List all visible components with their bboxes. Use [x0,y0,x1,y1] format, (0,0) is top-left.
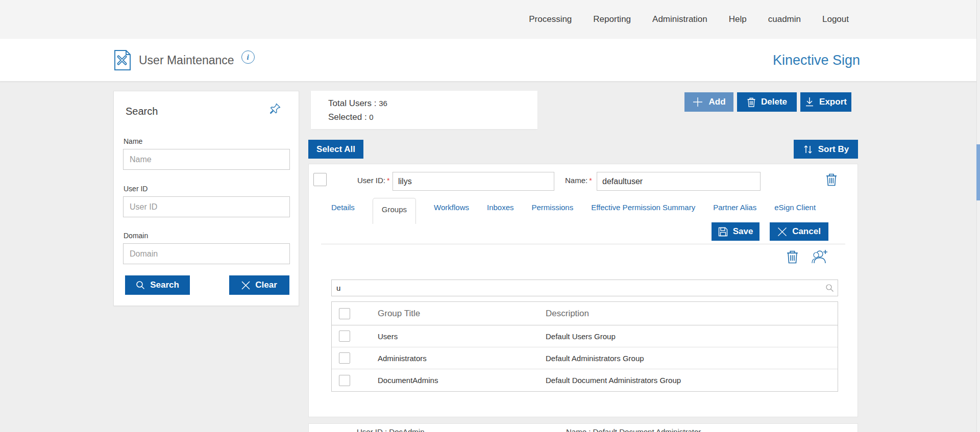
group-title-cell: Administrators [378,354,546,363]
group-filter-box [331,279,838,296]
userid-required-mark: * [387,176,389,185]
name-required-mark: * [589,176,592,185]
tab-effective-permission-summary[interactable]: Effective Permission Summary [591,196,695,218]
delete-button-label: Delete [761,97,787,107]
total-users-value: 36 [379,99,387,108]
scrollbar-thumb[interactable] [976,144,980,200]
cancel-button[interactable]: Cancel [770,222,828,241]
groups-section: Group Title Description Users Default Us… [331,279,838,392]
save-floppy-icon [718,227,728,237]
scrollbar-track[interactable] [976,0,980,432]
editor-userid-input[interactable] [393,172,554,191]
nav-reporting[interactable]: Reporting [593,14,631,24]
brand-logo: Kinective Sign [773,39,860,82]
group-description-cell: Default Administrators Group [546,354,838,363]
tab-partner-alias[interactable]: Partner Alias [713,196,756,218]
group-filter-input[interactable] [331,279,838,296]
cancel-x-icon [777,227,787,237]
save-button-label: Save [733,226,753,237]
clear-button[interactable]: Clear [229,275,289,295]
nav-processing[interactable]: Processing [529,14,572,24]
pin-icon[interactable] [269,103,281,115]
select-all-label: Select All [316,144,355,155]
delete-user-trash-icon[interactable] [825,172,838,186]
userid-search-input[interactable] [123,196,290,217]
domain-field-label: Domain [124,232,148,240]
selected-label: Selected : [328,112,367,122]
panel-divider [321,244,845,244]
cancel-button-label: Cancel [792,226,821,237]
groups-icon-toolbar [786,249,828,264]
add-button[interactable]: Add [684,92,733,112]
nav-administration[interactable]: Administration [652,14,707,24]
select-all-button[interactable]: Select All [308,140,363,159]
total-users-label: Total Users : [328,98,376,108]
header-title-group: User Maintenance i [113,39,255,82]
group-row-checkbox[interactable] [339,352,350,364]
editor-tabs: Details Groups Workflows Inboxes Permiss… [331,195,816,219]
trash-icon [747,97,756,107]
name-search-input[interactable] [123,149,290,170]
app-document-tools-icon [113,49,132,71]
sort-by-label: Sort By [818,144,849,155]
group-description-cell: Default Document Administrators Group [546,376,838,385]
save-button[interactable]: Save [712,222,760,241]
sort-by-button[interactable]: Sort By [794,140,858,159]
name-field-label: Name [124,137,142,145]
next-user-id: User ID : DocAdmin [357,427,425,432]
info-icon[interactable]: i [241,50,255,64]
userid-field-label: User ID [124,185,148,193]
search-button-label: Search [150,280,179,290]
user-row-checkbox[interactable] [313,173,327,186]
group-row-users[interactable]: Users Default Users Group [332,325,838,347]
search-panel-title: Search [126,106,158,117]
search-panel: Search Name User ID Domain Search Clear [113,91,299,306]
export-button-label: Export [819,97,847,107]
groups-table-header: Group Title Description [332,302,838,325]
magnifier-icon [825,284,834,292]
tab-permissions[interactable]: Permissions [532,196,574,218]
page: Processing Reporting Administration Help… [0,0,980,432]
page-title: User Maintenance [139,54,234,67]
group-row-administrators[interactable]: Administrators Default Administrators Gr… [332,347,838,369]
editor-userid-label-text: User ID: [357,176,385,185]
nav-logout[interactable]: Logout [822,14,849,24]
save-cancel-row: Save Cancel [712,222,828,241]
group-row-documentadmins[interactable]: DocumentAdmins Default Document Administ… [332,369,838,391]
tab-groups[interactable]: Groups [373,198,416,224]
export-button[interactable]: Export [800,92,851,112]
delete-button[interactable]: Delete [737,92,797,112]
sort-arrows-icon [803,144,813,155]
top-navigation: Processing Reporting Administration Help… [0,0,980,39]
editor-name-input[interactable] [597,172,761,191]
groups-table: Group Title Description Users Default Us… [331,301,838,392]
add-user-to-group-icon[interactable] [811,249,828,264]
domain-search-input[interactable] [123,243,290,264]
next-user-row[interactable]: User ID : DocAdmin Name : Default Docume… [308,423,858,432]
search-button[interactable]: Search [125,275,190,295]
select-all-groups-checkbox[interactable] [339,308,350,319]
plus-icon [692,96,703,108]
tab-details[interactable]: Details [331,196,355,218]
add-button-label: Add [708,97,725,107]
nav-help[interactable]: Help [729,14,747,24]
selected-value: 0 [369,113,373,121]
editor-name-label-text: Name: [565,176,587,185]
tab-workflows[interactable]: Workflows [434,196,469,218]
group-row-checkbox[interactable] [339,331,350,342]
tab-inboxes[interactable]: Inboxes [487,196,514,218]
total-users-line: Total Users : 36 [328,96,537,110]
clear-x-icon [241,281,250,290]
clear-button-label: Clear [255,280,277,290]
nav-user-cuadmin[interactable]: cuadmin [768,14,801,24]
summary-card: Total Users : 36 Selected : 0 [311,91,537,129]
download-icon [805,97,814,107]
group-title-cell: DocumentAdmins [378,376,546,385]
editor-userid-label: User ID:* [357,176,389,185]
column-group-title: Group Title [378,309,546,319]
column-description: Description [546,309,838,319]
group-row-checkbox[interactable] [339,375,350,386]
remove-group-trash-icon[interactable] [786,249,799,264]
next-user-name: Name : Default Document Administrator [566,427,701,432]
tab-esign-client[interactable]: eSign Client [774,196,816,218]
